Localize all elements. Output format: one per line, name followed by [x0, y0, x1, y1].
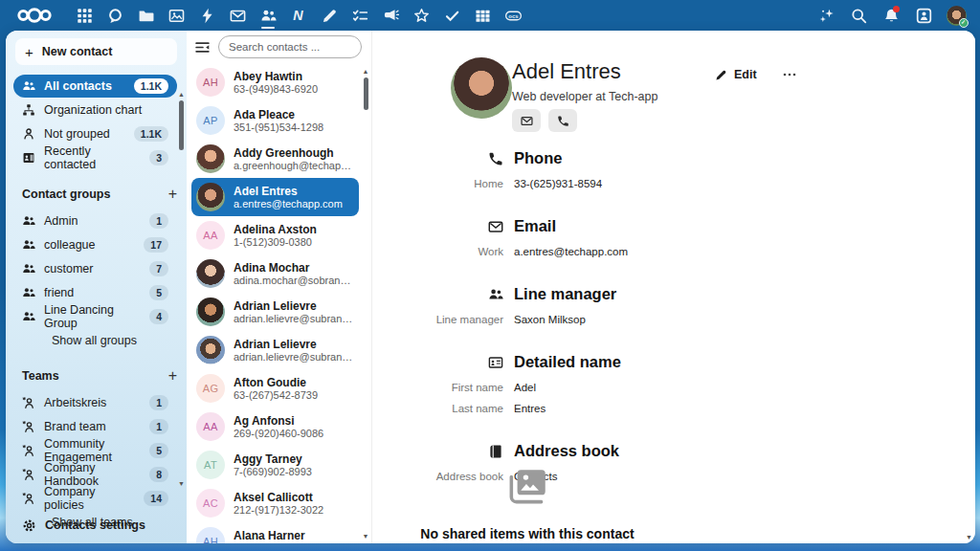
- pencil-icon: [715, 69, 727, 81]
- line-manager-value[interactable]: Saxon Milksop: [514, 314, 832, 325]
- contact-list-item[interactable]: AH Alana Harner500-(456)198-8249: [191, 522, 359, 543]
- sidebar-group-admin[interactable]: Admin 1: [13, 209, 177, 232]
- avatar: AH: [196, 68, 225, 97]
- section-detailed-name: Detailed name First nameAdel Last nameEn…: [372, 353, 832, 419]
- contact-list-item[interactable]: AA Adelina Axston1-(512)309-0380: [191, 216, 359, 254]
- contacts-app-window: + New contact All contacts 1.1K Organiza…: [6, 31, 975, 543]
- tasks-icon[interactable]: [345, 0, 375, 31]
- sidebar-group-customer[interactable]: customer 7: [13, 257, 177, 280]
- contact-list-item[interactable]: Adrian Lelievreadrian.lelievre@subrana.c…: [191, 331, 359, 369]
- gear-icon: [22, 518, 36, 533]
- search-contacts-input[interactable]: [218, 35, 362, 58]
- avatar: AT: [196, 451, 225, 479]
- online-status-badge: ✓: [959, 18, 969, 28]
- sidebar-team-brand-team[interactable]: Brand team 1: [13, 415, 177, 438]
- sidebar-item-all-contacts[interactable]: All contacts 1.1K: [13, 75, 177, 98]
- group-icon: [22, 214, 35, 228]
- unified-search-icon[interactable]: [844, 0, 873, 31]
- notifications-bell-icon[interactable]: [877, 0, 905, 31]
- sidebar-item-organization-chart[interactable]: Organization chart: [13, 99, 177, 121]
- avatar-photo: [196, 336, 225, 364]
- new-contact-label: New contact: [42, 45, 113, 58]
- avatar: AG: [196, 374, 225, 403]
- empty-shared-items: No shared items with this contact: [372, 463, 682, 541]
- user-avatar[interactable]: ✓: [942, 0, 970, 31]
- count-badge: 3: [149, 150, 168, 165]
- sidebar-group-line-dancing[interactable]: Line Dancing Group 4: [13, 305, 177, 328]
- tables-icon[interactable]: [467, 0, 498, 31]
- contact-details: Adel Entres Web developer at Tech-app Ed…: [372, 31, 975, 543]
- top-bar: ✓: [0, 0, 980, 31]
- contact-list-item[interactable]: AC Aksel Callicott212-(917)132-3022: [191, 484, 359, 522]
- scrollbar-thumb[interactable]: [179, 100, 184, 150]
- scroll-up-arrow[interactable]: ▲: [363, 67, 369, 76]
- nextcloud-logo[interactable]: [10, 0, 59, 31]
- approvals-icon[interactable]: [436, 0, 467, 31]
- edit-button[interactable]: Edit: [715, 68, 757, 81]
- contact-list-item[interactable]: Adrian Lelievreadrian.lelievre@subrana.c…: [191, 293, 359, 331]
- toggle-list-icon[interactable]: [194, 39, 211, 55]
- contact-list-item[interactable]: AH Abey Hawtin63-(949)843-6920: [191, 63, 359, 101]
- details-scroll-down-arrow[interactable]: ▼: [966, 533, 972, 541]
- book-icon: [488, 444, 503, 459]
- assistant-icon[interactable]: [812, 0, 840, 31]
- photos-icon[interactable]: [161, 0, 191, 31]
- email-value[interactable]: a.entres@techapp.com: [514, 246, 832, 257]
- sidebar-team-company-handbook[interactable]: Company Handbook 8: [13, 463, 177, 486]
- avatar: AP: [196, 106, 225, 135]
- scroll-down-arrow[interactable]: ▼: [363, 532, 369, 540]
- ocs-icon[interactable]: [498, 0, 528, 31]
- scroll-up-arrow[interactable]: ▲: [178, 90, 185, 99]
- count-badge: 1.1K: [134, 126, 168, 142]
- last-name-value[interactable]: Entres: [514, 403, 832, 414]
- sidebar-group-friend[interactable]: friend 5: [13, 281, 177, 304]
- contacts-menu-icon[interactable]: [909, 0, 938, 31]
- team-icon: [22, 468, 35, 481]
- notes-icon[interactable]: [283, 0, 314, 31]
- sidebar-team-company-policies[interactable]: Company policies 14: [13, 487, 177, 510]
- contact-list-item[interactable]: AT Aggy Tarney7-(669)902-8993: [191, 446, 359, 484]
- new-contact-button[interactable]: + New contact: [15, 38, 177, 65]
- contacts-icon[interactable]: [253, 0, 283, 31]
- scrollbar-thumb[interactable]: [364, 77, 368, 110]
- collectives-icon[interactable]: [406, 0, 436, 31]
- contact-card-icon: [488, 355, 503, 370]
- scroll-down-arrow[interactable]: ▼: [178, 479, 185, 488]
- contact-list-item[interactable]: AA Ag Anfonsi269-(920)460-9086: [191, 408, 359, 446]
- sidebar-team-community-engagement[interactable]: Community Engagement 5: [13, 439, 177, 462]
- team-icon: [22, 444, 35, 457]
- contact-list-item[interactable]: Addy Greenhougha.greenhough@techapp.com: [191, 140, 359, 178]
- files-icon[interactable]: [130, 0, 161, 31]
- contact-subtitle: Web developer at Tech-app: [512, 90, 657, 103]
- sidebar-scrollbar[interactable]: ▲ ▼: [176, 90, 187, 488]
- sidebar-team-arbeitskreis[interactable]: Arbeitskreis 1: [13, 391, 177, 414]
- activity-icon[interactable]: [191, 0, 222, 31]
- sidebar-item-recently-contacted[interactable]: Recently contacted 3: [13, 146, 177, 169]
- section-phone: Phone Home33-(625)931-8594: [372, 149, 832, 194]
- send-email-button[interactable]: [512, 109, 541, 132]
- contact-list-item-selected[interactable]: Adel Entresa.entres@techapp.com: [191, 178, 359, 216]
- show-all-groups-link[interactable]: Show all groups: [13, 329, 177, 352]
- text-icon[interactable]: [314, 0, 345, 31]
- contact-list-item[interactable]: Adina Mocharadina.mochar@sobrana.com: [191, 254, 359, 293]
- avatar: AA: [196, 221, 225, 250]
- announcements-icon[interactable]: [375, 0, 406, 31]
- contact-list-scrollbar[interactable]: ▲ ▼: [361, 67, 370, 540]
- notification-dot: [893, 6, 900, 12]
- dashboard-icon[interactable]: [69, 0, 100, 31]
- avatar-photo: [196, 259, 225, 288]
- sidebar-item-not-grouped[interactable]: Not grouped 1.1K: [13, 122, 177, 145]
- sidebar-group-colleague[interactable]: colleague 17: [13, 233, 177, 256]
- call-button[interactable]: [548, 109, 577, 132]
- first-name-value[interactable]: Adel: [514, 382, 832, 393]
- contacts-settings-button[interactable]: Contacts settings: [13, 512, 179, 539]
- contact-list-item[interactable]: AP Ada Pleace351-(951)534-1298: [191, 101, 359, 140]
- phone-value[interactable]: 33-(625)931-8594: [514, 178, 832, 189]
- more-actions-icon[interactable]: [782, 67, 797, 82]
- contact-list-item[interactable]: AG Afton Goudie63-(267)542-8739: [191, 369, 359, 408]
- contact-avatar-large[interactable]: [451, 57, 512, 119]
- section-email: Email Worka.entres@techapp.com: [372, 217, 832, 262]
- mail-icon[interactable]: [222, 0, 253, 31]
- avatar: AA: [196, 412, 225, 441]
- talk-icon[interactable]: [100, 0, 130, 31]
